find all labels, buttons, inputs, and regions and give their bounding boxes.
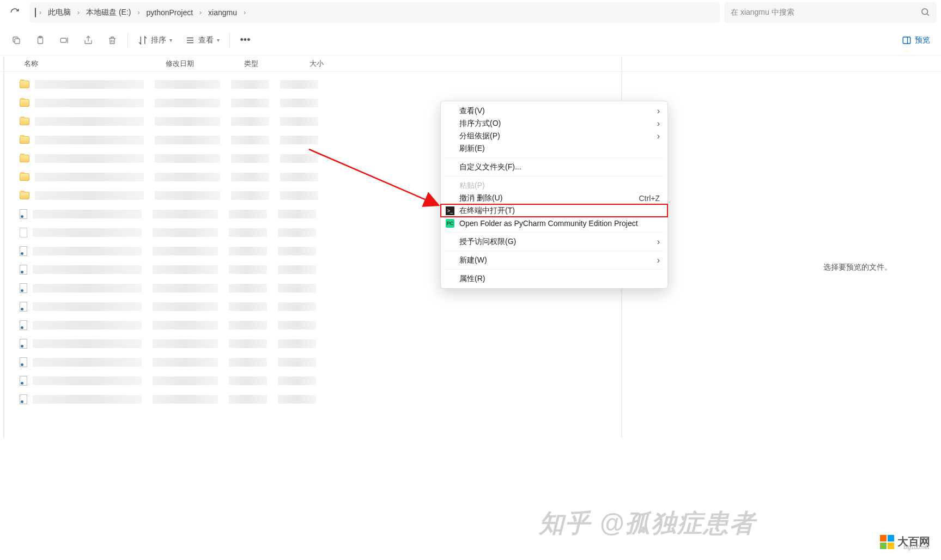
python-file-icon xyxy=(20,246,27,256)
preview-toggle[interactable]: 预览 xyxy=(895,29,937,51)
redacted-cell xyxy=(33,376,142,385)
ctx-group[interactable]: 分组依据(P) xyxy=(441,130,667,142)
svg-rect-5 xyxy=(903,37,910,44)
ctx-properties[interactable]: 属性(R) xyxy=(441,272,667,285)
redacted-cell xyxy=(280,80,318,89)
ctx-custom-folder[interactable]: 自定义文件夹(F)... xyxy=(441,161,667,173)
col-type[interactable]: 类型 xyxy=(244,59,309,69)
redacted-cell xyxy=(153,284,218,293)
redacted-cell xyxy=(35,136,144,144)
sort-label: 排序 xyxy=(151,35,166,45)
chevron-down-icon: ▾ xyxy=(169,37,172,43)
ctx-sort[interactable]: 排序方式(O) xyxy=(441,117,667,130)
breadcrumb-seg-3[interactable]: xiangmu xyxy=(205,6,240,19)
search-icon xyxy=(920,7,930,19)
python-file-icon xyxy=(20,376,27,386)
ctx-open-terminal[interactable]: >_在终端中打开(T) xyxy=(441,204,667,217)
breadcrumb-seg-2[interactable]: pythonProject xyxy=(143,6,196,19)
folder-icon xyxy=(20,155,29,162)
paste-button[interactable] xyxy=(28,29,52,51)
svg-rect-1 xyxy=(15,39,20,44)
chevron-right-icon: › xyxy=(198,9,203,16)
redacted-cell xyxy=(278,265,316,274)
delete-button[interactable] xyxy=(100,29,124,51)
redacted-cell xyxy=(229,339,267,348)
redacted-cell xyxy=(153,376,218,385)
redacted-cell xyxy=(35,154,144,163)
redacted-cell xyxy=(153,302,218,311)
chevron-right-icon: › xyxy=(38,9,43,16)
redacted-cell xyxy=(153,265,218,274)
folder-icon xyxy=(20,136,29,144)
redacted-cell xyxy=(155,173,220,181)
chevron-right-icon: › xyxy=(242,9,247,16)
ctx-undo-delete[interactable]: 撤消 删除(U)Ctrl+Z xyxy=(441,192,667,204)
redacted-cell xyxy=(280,136,318,144)
redacted-cell xyxy=(33,247,142,255)
ctx-open-pycharm[interactable]: PCOpen Folder as PyCharm Community Editi… xyxy=(441,217,667,229)
redacted-cell xyxy=(231,173,269,181)
ctx-new[interactable]: 新建(W) xyxy=(441,254,667,266)
context-menu: 查看(V) 排序方式(O) 分组依据(P) 刷新(E) 自定义文件夹(F)...… xyxy=(440,101,668,289)
redacted-cell xyxy=(155,80,220,89)
python-file-icon xyxy=(20,339,27,349)
rename-button[interactable] xyxy=(52,29,76,51)
redacted-cell xyxy=(229,247,267,255)
breadcrumb-seg-1[interactable]: 本地磁盘 (E:) xyxy=(83,5,134,20)
redacted-cell xyxy=(229,376,267,385)
copy-button[interactable] xyxy=(4,29,28,51)
breadcrumb[interactable]: › 此电脑 › 本地磁盘 (E:) › pythonProject › xian… xyxy=(29,2,720,23)
more-button[interactable]: ••• xyxy=(233,29,257,51)
redacted-cell xyxy=(153,228,218,237)
list-item[interactable] xyxy=(20,297,941,316)
svg-point-0 xyxy=(922,9,928,15)
sort-dropdown[interactable]: 排序 ▾ xyxy=(131,29,179,51)
search-input[interactable]: 在 xiangmu 中搜索 xyxy=(724,2,937,23)
list-item[interactable] xyxy=(20,372,941,390)
redacted-cell xyxy=(278,210,316,218)
preview-label: 预览 xyxy=(915,35,930,45)
folder-icon xyxy=(20,81,29,88)
list-item[interactable] xyxy=(20,353,941,372)
redacted-cell xyxy=(278,247,316,255)
redacted-cell xyxy=(155,154,220,163)
ctx-grant-access[interactable]: 授予访问权限(G) xyxy=(441,235,667,248)
redacted-cell xyxy=(278,376,316,385)
chevron-right-icon: › xyxy=(76,9,81,16)
python-file-icon xyxy=(20,265,27,275)
python-file-icon xyxy=(20,283,27,293)
redacted-cell xyxy=(229,302,267,311)
list-item[interactable] xyxy=(20,334,941,353)
redacted-cell xyxy=(278,228,316,237)
redacted-cell xyxy=(153,247,218,255)
redacted-cell xyxy=(35,99,144,107)
python-file-icon xyxy=(20,357,27,367)
pycharm-icon: PC xyxy=(446,219,454,228)
col-date[interactable]: 修改日期 xyxy=(166,59,244,69)
ctx-view[interactable]: 查看(V) xyxy=(441,105,667,117)
svg-rect-4 xyxy=(60,38,66,42)
redacted-cell xyxy=(280,99,318,107)
list-item[interactable] xyxy=(20,75,941,94)
col-size[interactable]: 大小 xyxy=(309,59,353,69)
breadcrumb-seg-0[interactable]: 此电脑 xyxy=(45,5,74,20)
redacted-cell xyxy=(229,228,267,237)
col-name[interactable]: 名称 xyxy=(24,59,166,69)
ctx-refresh[interactable]: 刷新(E) xyxy=(441,142,667,155)
ctx-paste: 粘贴(P) xyxy=(441,179,667,192)
list-item[interactable] xyxy=(20,316,941,334)
list-item[interactable] xyxy=(20,390,941,409)
python-file-icon xyxy=(20,394,27,404)
search-placeholder: 在 xiangmu 中搜索 xyxy=(731,8,920,17)
redacted-cell xyxy=(153,339,218,348)
redacted-cell xyxy=(231,80,269,89)
watermark-zhihu: 知乎 @孤独症患者 xyxy=(539,507,756,540)
big100-logo-icon xyxy=(880,535,894,549)
share-button[interactable] xyxy=(76,29,100,51)
redacted-cell xyxy=(229,210,267,218)
folder-icon xyxy=(20,192,29,199)
refresh-button[interactable] xyxy=(4,2,25,23)
redacted-cell xyxy=(280,154,318,163)
view-dropdown[interactable]: 查看 ▾ xyxy=(179,29,226,51)
redacted-cell xyxy=(229,395,267,404)
